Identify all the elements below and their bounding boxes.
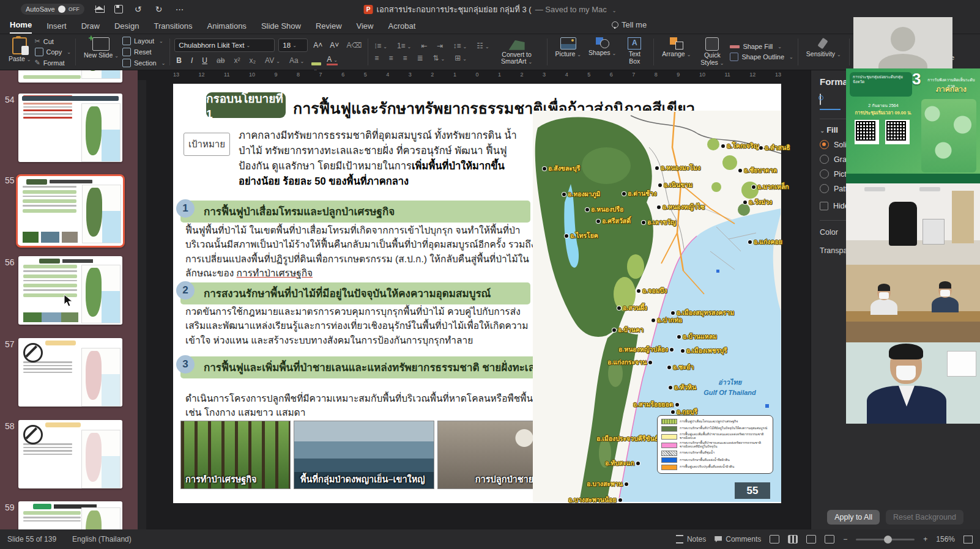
- photo-khao-yai[interactable]: พื้นที่กลุ่มป่าดงพญาเย็น–เขาใหญ่: [294, 421, 434, 489]
- radio-icon[interactable]: [820, 184, 829, 193]
- ribbon-tab[interactable]: Review: [316, 21, 342, 34]
- normal-view-button[interactable]: [770, 535, 779, 543]
- webcam-meeting-room-tile[interactable]: [846, 265, 980, 342]
- shape-outline-button[interactable]: Shape Outline: [730, 53, 793, 61]
- quick-styles-button[interactable]: Quick Styles: [694, 34, 730, 70]
- italic-button[interactable]: I: [189, 56, 195, 65]
- reset-button[interactable]: Reset: [122, 48, 165, 56]
- text-direction-button[interactable]: ⇅: [431, 54, 447, 62]
- checkbox-icon[interactable]: [820, 202, 828, 210]
- comments-button[interactable]: Comments: [715, 535, 761, 543]
- ribbon-tab[interactable]: Home: [10, 20, 32, 34]
- line-spacing-button[interactable]: ↕≡: [451, 42, 469, 50]
- section-button[interactable]: Section: [122, 59, 165, 67]
- thumbnail-slide-55-selected[interactable]: [16, 174, 125, 248]
- radio-icon[interactable]: [820, 140, 829, 149]
- radio-icon[interactable]: [820, 155, 829, 164]
- slide-canvas[interactable]: กรอบนโยบายที่ 1 การฟื้นฟูและรักษาทรัพยาก…: [173, 84, 781, 503]
- ribbon-tab[interactable]: Design: [114, 21, 139, 34]
- subscript-button[interactable]: x₂: [247, 56, 258, 65]
- fit-slide-button[interactable]: [963, 536, 973, 543]
- highlight-color-button[interactable]: [311, 62, 321, 65]
- picture-button[interactable]: Picture: [552, 34, 585, 70]
- align-center-button[interactable]: ≡: [387, 54, 395, 62]
- zoom-percentage[interactable]: 156%: [936, 535, 955, 543]
- shapes-button[interactable]: Shapes: [585, 34, 620, 70]
- copy-button[interactable]: Copy: [35, 48, 71, 56]
- shape-fill-button[interactable]: Shape Fill: [730, 43, 793, 50]
- notes-button[interactable]: Notes: [676, 535, 706, 543]
- ribbon-tab[interactable]: Animations: [207, 21, 247, 34]
- paste-button[interactable]: Paste: [0, 34, 35, 70]
- change-case-button[interactable]: Aa: [288, 56, 306, 65]
- font-name-select[interactable]: Chulabhorn Likit Text: [174, 39, 275, 52]
- zoom-out-button[interactable]: −: [843, 535, 847, 543]
- format-painter-button[interactable]: ✎Format: [35, 59, 71, 67]
- thumbnail-slide-58[interactable]: [18, 420, 122, 488]
- zoom-in-button[interactable]: +: [923, 535, 927, 543]
- numbering-button[interactable]: 1≡: [395, 42, 413, 50]
- autosave-toggle[interactable]: AutoSave OFF: [21, 4, 84, 15]
- ribbon-tab[interactable]: Insert: [46, 21, 67, 34]
- zoom-slider-knob[interactable]: [884, 536, 892, 543]
- ribbon-tab[interactable]: Acrobat: [388, 21, 416, 34]
- thumbnail-slide-56[interactable]: [18, 256, 122, 325]
- underline-button[interactable]: U: [200, 56, 209, 65]
- font-size-select[interactable]: 18: [278, 39, 308, 52]
- ribbon-tab[interactable]: Draw: [81, 21, 100, 34]
- photo-economic-forest[interactable]: การทำป่าเศรษฐกิจ: [180, 421, 291, 489]
- thumbnail-slide-53[interactable]: [18, 70, 122, 83]
- convert-to-smartart-button[interactable]: Convert to SmartArt: [491, 34, 543, 70]
- align-text-button[interactable]: ⊞: [453, 54, 469, 62]
- columns-button[interactable]: ☷: [475, 42, 491, 50]
- saved-status[interactable]: — Saved to my Mac: [535, 5, 607, 14]
- layout-button[interactable]: Layout: [122, 37, 165, 45]
- bold-button[interactable]: B: [174, 56, 184, 65]
- increase-indent-button[interactable]: ⇥: [435, 42, 445, 50]
- reading-view-button[interactable]: [806, 535, 816, 543]
- character-spacing-button[interactable]: AV: [263, 56, 282, 65]
- thumbnail-slide-54[interactable]: [18, 94, 122, 162]
- font-color-button[interactable]: A: [327, 56, 338, 65]
- slide-sorter-view-button[interactable]: [788, 535, 798, 543]
- district-dot-icon: [658, 183, 662, 187]
- bullets-button[interactable]: ⁝≡: [373, 42, 389, 50]
- save-icon[interactable]: [114, 5, 123, 13]
- sensitivity-button[interactable]: Sensitivity: [803, 34, 845, 70]
- apply-to-all-button[interactable]: Apply to All: [827, 510, 880, 525]
- arrange-button[interactable]: Arrange: [658, 34, 694, 70]
- undo-icon[interactable]: ↺: [133, 4, 144, 14]
- tell-me[interactable]: Tell me: [612, 20, 647, 29]
- webcam-office-tile[interactable]: [846, 183, 980, 265]
- ribbon-tab[interactable]: View: [357, 21, 374, 34]
- align-right-button[interactable]: ≡: [401, 54, 409, 62]
- thumbnail-slide-57[interactable]: [18, 338, 122, 407]
- meeting-poster-tile[interactable]: การประชุมกลุ่มย่อยระดับกลุ่มจังหวัด 3 กา…: [846, 68, 980, 183]
- justify-button[interactable]: ≣: [415, 54, 425, 62]
- fill-tab[interactable]: [820, 94, 841, 110]
- more-commands-icon[interactable]: ⋯: [174, 4, 185, 14]
- zoom-slider[interactable]: [856, 539, 915, 540]
- participant-avatar-tile[interactable]: [853, 17, 952, 68]
- grow-font-button[interactable]: A˄: [311, 41, 324, 50]
- shrink-font-button[interactable]: A˅: [328, 41, 341, 50]
- language-indicator[interactable]: English (Thailand): [72, 535, 132, 543]
- decrease-indent-button[interactable]: ⇤: [419, 42, 429, 50]
- slideshow-button[interactable]: [825, 535, 834, 543]
- redo-icon[interactable]: ↻: [154, 4, 165, 14]
- text-box-button[interactable]: A Text Box: [620, 34, 649, 70]
- radio-icon[interactable]: [820, 169, 829, 179]
- saved-status-caret[interactable]: [611, 5, 617, 14]
- thumbnail-slide-59[interactable]: [18, 501, 122, 529]
- new-slide-button[interactable]: New Slide: [80, 34, 122, 70]
- reset-background-button[interactable]: Reset Background: [886, 510, 963, 525]
- ribbon-tab[interactable]: Transitions: [154, 21, 192, 34]
- cut-button[interactable]: ✂Cut: [35, 37, 71, 45]
- align-left-button[interactable]: ≡: [373, 54, 380, 62]
- clear-formatting-button[interactable]: A⌫: [344, 41, 363, 50]
- superscript-button[interactable]: x²: [232, 56, 242, 65]
- strikethrough-button[interactable]: ab: [215, 56, 226, 65]
- webcam-speaker-tile[interactable]: [846, 342, 980, 424]
- ribbon-tab[interactable]: Slide Show: [261, 21, 301, 34]
- home-icon[interactable]: [95, 6, 105, 13]
